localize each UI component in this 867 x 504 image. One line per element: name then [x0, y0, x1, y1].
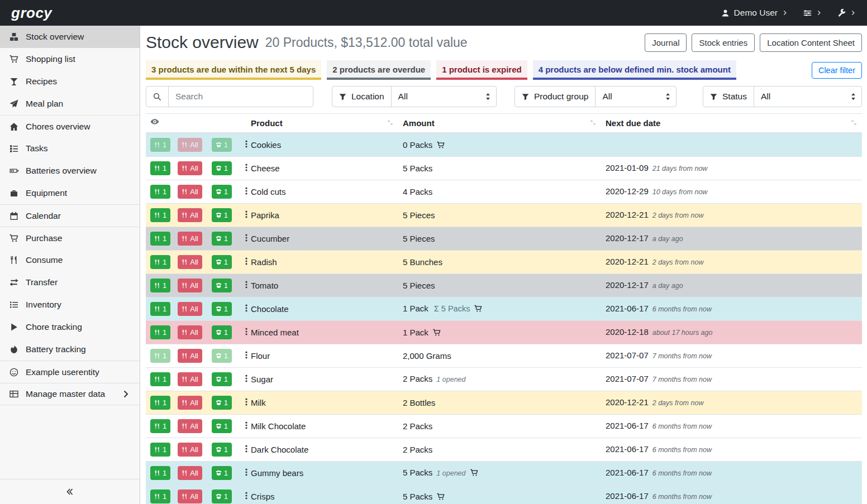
sidebar-item-chores-overview[interactable]: Chores overview: [0, 115, 140, 137]
open-one-button[interactable]: 1: [212, 232, 232, 246]
row-menu-button[interactable]: [241, 467, 252, 479]
sidebar-item-inventory[interactable]: Inventory: [0, 294, 140, 316]
open-one-button[interactable]: 1: [212, 349, 232, 363]
open-one-button[interactable]: 1: [212, 302, 232, 316]
consume-all-button[interactable]: All: [178, 419, 202, 433]
sidebar-item-batteries-overview[interactable]: Batteries overview: [0, 160, 140, 182]
user-menu[interactable]: Demo User: [721, 7, 788, 19]
row-menu-button[interactable]: [241, 209, 252, 222]
status-filter-select[interactable]: All: [754, 87, 861, 107]
amount-column-header[interactable]: Amount: [398, 114, 601, 133]
consume-one-button[interactable]: 1: [150, 161, 170, 175]
journal-button[interactable]: Journal: [645, 33, 687, 52]
row-menu-button[interactable]: [241, 279, 252, 292]
consume-all-button[interactable]: All: [178, 279, 202, 292]
row-menu-button[interactable]: [241, 349, 252, 362]
open-one-button[interactable]: 1: [212, 138, 232, 152]
consume-all-button[interactable]: All: [178, 302, 202, 316]
sidebar-item-stock-overview[interactable]: Stock overview: [0, 26, 140, 48]
consume-all-button[interactable]: All: [178, 185, 202, 199]
sidebar-item-recipes[interactable]: Recipes: [0, 70, 140, 93]
consume-one-button[interactable]: 1: [150, 443, 170, 457]
consume-all-button[interactable]: All: [178, 372, 202, 386]
open-one-button[interactable]: 1: [212, 419, 232, 433]
consume-all-button[interactable]: All: [178, 208, 202, 222]
sidebar-item-chore-tracking[interactable]: Chore tracking: [0, 316, 140, 338]
filter-banner-below-min-stock[interactable]: 4 products are below defined min. stock …: [533, 60, 736, 80]
filter-banner-overdue[interactable]: 2 products are overdue: [327, 60, 431, 80]
product-column-header[interactable]: Product: [246, 114, 398, 133]
sidebar-item-example-userentity[interactable]: Example userentity: [0, 361, 140, 383]
open-one-button[interactable]: 1: [212, 489, 232, 503]
open-one-button[interactable]: 1: [212, 396, 232, 410]
sidebar-item-purchase[interactable]: Purchase: [0, 227, 140, 249]
consume-one-button[interactable]: 1: [150, 302, 170, 316]
open-one-button[interactable]: 1: [212, 443, 232, 457]
consume-one-button[interactable]: 1: [150, 349, 170, 363]
consume-all-button[interactable]: All: [178, 255, 202, 269]
row-menu-button[interactable]: [241, 443, 252, 456]
consume-one-button[interactable]: 1: [150, 185, 170, 199]
open-one-button[interactable]: 1: [212, 255, 232, 269]
sidebar-item-meal-plan[interactable]: Meal plan: [0, 93, 140, 115]
consume-all-button[interactable]: All: [178, 466, 202, 480]
row-menu-button[interactable]: [241, 185, 252, 198]
consume-one-button[interactable]: 1: [150, 396, 170, 410]
consume-all-button[interactable]: All: [178, 138, 202, 152]
consume-one-button[interactable]: 1: [150, 489, 170, 503]
open-one-button[interactable]: 1: [212, 325, 232, 339]
row-menu-button[interactable]: [241, 138, 252, 151]
sidebar-item-transfer[interactable]: Transfer: [0, 271, 140, 294]
consume-all-button[interactable]: All: [178, 489, 202, 503]
sidebar-collapse-button[interactable]: [0, 479, 140, 504]
open-one-button[interactable]: 1: [212, 466, 232, 480]
sidebar-item-calendar[interactable]: Calendar: [0, 204, 140, 227]
due-date-column-header[interactable]: Next due date: [601, 114, 862, 133]
consume-one-button[interactable]: 1: [150, 466, 170, 480]
open-one-button[interactable]: 1: [212, 185, 232, 199]
consume-one-button[interactable]: 1: [150, 372, 170, 386]
filter-banner-expired[interactable]: 1 product is expired: [436, 60, 527, 80]
location-content-sheet-button[interactable]: Location Content Sheet: [760, 33, 862, 52]
row-menu-button[interactable]: [241, 490, 252, 503]
row-menu-button[interactable]: [241, 420, 252, 433]
clear-filter-button[interactable]: Clear filter: [812, 62, 862, 79]
open-one-button[interactable]: 1: [212, 372, 232, 386]
row-menu-button[interactable]: [241, 396, 252, 409]
sidebar-item-manage-master-data[interactable]: Manage master data: [0, 383, 140, 405]
grocy-logo[interactable]: grocy: [11, 3, 52, 23]
stock-entries-button[interactable]: Stock entries: [692, 33, 755, 52]
consume-all-button[interactable]: All: [178, 349, 202, 363]
consume-one-button[interactable]: 1: [150, 279, 170, 292]
consume-one-button[interactable]: 1: [150, 232, 170, 246]
eye-icon[interactable]: [150, 117, 159, 126]
consume-one-button[interactable]: 1: [150, 138, 170, 152]
row-menu-button[interactable]: [241, 256, 252, 268]
row-menu-button[interactable]: [241, 326, 252, 339]
consume-all-button[interactable]: All: [178, 396, 202, 410]
search-input[interactable]: [169, 87, 313, 107]
sidebar-item-tasks[interactable]: Tasks: [0, 137, 140, 160]
consume-one-button[interactable]: 1: [150, 255, 170, 269]
row-menu-button[interactable]: [241, 162, 252, 175]
sidebar-item-equipment[interactable]: Equipment: [0, 182, 140, 204]
consume-one-button[interactable]: 1: [150, 419, 170, 433]
open-one-button[interactable]: 1: [212, 161, 232, 175]
sidebar-item-shopping-list[interactable]: Shopping list: [0, 48, 140, 70]
row-menu-button[interactable]: [241, 303, 252, 315]
admin-menu[interactable]: [837, 9, 856, 17]
open-one-button[interactable]: 1: [212, 208, 232, 222]
consume-all-button[interactable]: All: [178, 161, 202, 175]
row-menu-button[interactable]: [241, 232, 252, 245]
row-menu-button[interactable]: [241, 373, 252, 386]
consume-all-button[interactable]: All: [178, 443, 202, 457]
open-one-button[interactable]: 1: [212, 279, 232, 292]
product-group-filter-select[interactable]: All: [596, 87, 676, 107]
consume-all-button[interactable]: All: [178, 325, 202, 339]
consume-one-button[interactable]: 1: [150, 208, 170, 222]
consume-one-button[interactable]: 1: [150, 325, 170, 339]
sidebar-item-consume[interactable]: Consume: [0, 249, 140, 271]
consume-all-button[interactable]: All: [178, 232, 202, 246]
location-filter-select[interactable]: All: [392, 87, 496, 107]
settings-menu[interactable]: [803, 9, 822, 17]
